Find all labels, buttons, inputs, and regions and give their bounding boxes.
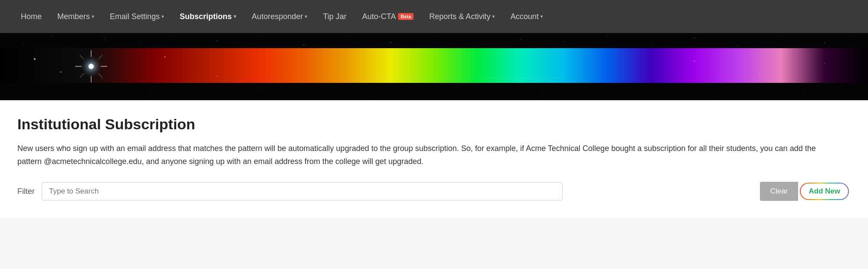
nav-members[interactable]: Members ▾	[49, 0, 102, 33]
svg-rect-53	[0, 83, 868, 100]
svg-point-48	[217, 76, 217, 77]
svg-point-46	[60, 72, 62, 73]
subscriptions-dropdown-icon: ▾	[233, 13, 236, 20]
account-dropdown-icon: ▾	[540, 13, 543, 20]
svg-point-36	[89, 64, 94, 69]
nav-autoresponder[interactable]: Autoresponder ▾	[244, 0, 315, 33]
nav-subscriptions[interactable]: Subscriptions ▾	[172, 0, 244, 33]
spectrum-image	[0, 33, 868, 100]
nav-tip-jar[interactable]: Tip Jar	[315, 0, 354, 33]
page-title: Institutional Subscription	[17, 116, 851, 133]
main-content: Institutional Subscription New users who…	[0, 100, 868, 218]
add-new-button-wrapper[interactable]: Add New	[798, 182, 851, 201]
nav-account[interactable]: Account ▾	[503, 0, 551, 33]
reports-dropdown-icon: ▾	[492, 13, 495, 20]
email-settings-dropdown-icon: ▾	[161, 13, 164, 20]
svg-rect-34	[0, 48, 868, 83]
nav-email-settings[interactable]: Email Settings ▾	[102, 0, 172, 33]
add-new-button[interactable]: Add New	[800, 183, 849, 200]
nav-reports[interactable]: Reports & Activity ▾	[421, 0, 503, 33]
nav-auto-cta[interactable]: Auto-CTA Beta	[355, 0, 422, 33]
nav-home[interactable]: Home	[13, 0, 49, 33]
svg-point-47	[164, 56, 166, 58]
svg-point-51	[824, 63, 825, 64]
svg-rect-52	[0, 33, 868, 48]
svg-point-49	[694, 61, 695, 62]
filter-label: Filter	[17, 187, 35, 196]
page-description: New users who sign up with an email addr…	[17, 142, 842, 168]
members-dropdown-icon: ▾	[92, 13, 94, 20]
clear-button[interactable]: Clear	[760, 182, 799, 201]
search-input[interactable]	[42, 182, 562, 200]
hero-banner	[0, 33, 868, 100]
svg-point-45	[34, 58, 36, 60]
beta-badge: Beta	[398, 13, 414, 20]
svg-point-50	[759, 74, 760, 75]
filter-row: Filter Clear Add New	[17, 182, 851, 201]
autoresponder-dropdown-icon: ▾	[305, 13, 307, 20]
main-nav: Home Members ▾ Email Settings ▾ Subscrip…	[0, 0, 868, 33]
